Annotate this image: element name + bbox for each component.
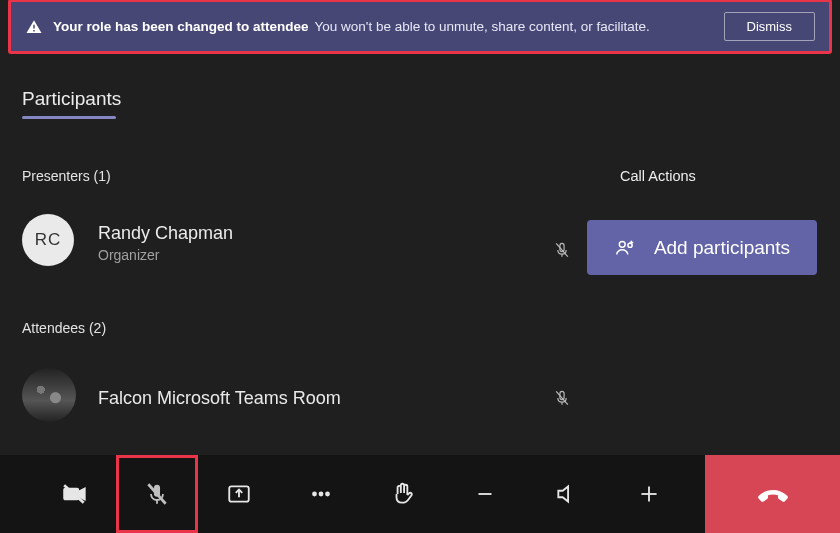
svg-point-19 <box>319 492 324 497</box>
camera-off-button[interactable] <box>34 455 116 533</box>
attendees-heading: Attendees (2) <box>22 320 106 336</box>
hang-up-button[interactable] <box>705 455 840 533</box>
presenters-heading: Presenters (1) <box>22 168 111 184</box>
hang-up-icon <box>755 476 791 512</box>
volume-up-button[interactable] <box>608 455 690 533</box>
mic-off-icon <box>144 481 170 507</box>
attendee-name: Falcon Microsoft Teams Room <box>98 388 341 409</box>
mic-muted-icon <box>552 388 572 408</box>
plus-icon <box>636 481 662 507</box>
speaker-icon <box>554 481 580 507</box>
svg-point-20 <box>325 492 330 497</box>
role-change-banner-highlight: Your role has been changed to attendeeYo… <box>8 0 832 54</box>
banner-message: Your role has been changed to attendeeYo… <box>53 19 650 34</box>
volume-down-button[interactable] <box>444 455 526 533</box>
more-icon <box>308 481 334 507</box>
camera-off-icon <box>62 481 88 507</box>
raise-hand-button[interactable] <box>362 455 444 533</box>
svg-point-5 <box>619 241 625 247</box>
raise-hand-icon <box>390 481 416 507</box>
call-actions-heading: Call Actions <box>620 168 696 184</box>
title-underline <box>22 116 116 119</box>
warning-icon <box>25 18 43 36</box>
share-tray-icon <box>226 481 252 507</box>
meeting-controls <box>0 455 840 533</box>
avatar <box>22 368 76 422</box>
presenter-name: Randy Chapman <box>98 223 233 244</box>
role-change-banner: Your role has been changed to attendeeYo… <box>11 2 829 51</box>
presenter-role: Organizer <box>98 247 159 263</box>
svg-rect-1 <box>33 30 35 32</box>
page-title: Participants <box>22 88 121 110</box>
svg-rect-0 <box>33 24 35 28</box>
add-participants-label: Add participants <box>654 237 790 259</box>
volume-button[interactable] <box>526 455 608 533</box>
avatar: RC <box>22 214 74 266</box>
add-participants-button[interactable]: Add participants <box>587 220 817 275</box>
mic-muted-icon <box>552 240 572 260</box>
dismiss-button[interactable]: Dismiss <box>724 12 816 41</box>
mic-off-button[interactable] <box>116 455 198 533</box>
more-actions-button[interactable] <box>280 455 362 533</box>
add-people-icon <box>614 237 636 259</box>
svg-point-18 <box>312 492 317 497</box>
share-content-button[interactable] <box>198 455 280 533</box>
minus-icon <box>472 481 498 507</box>
